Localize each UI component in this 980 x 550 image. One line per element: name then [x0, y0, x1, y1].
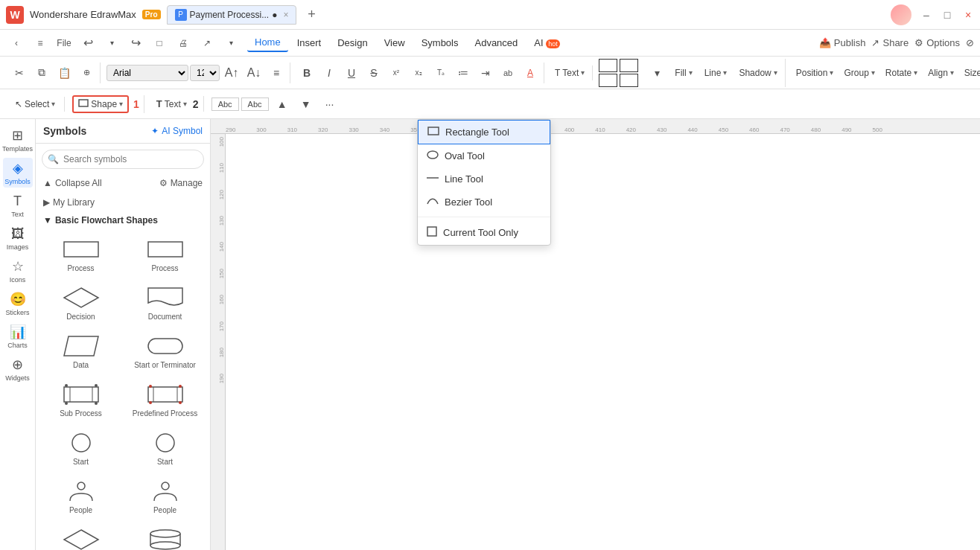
options-button[interactable]: ⚙ Options — [914, 37, 960, 48]
ai-symbol-button[interactable]: ✦ AI Symbol — [151, 126, 203, 136]
save-button[interactable]: □ — [149, 33, 170, 54]
underline-button[interactable]: U — [341, 63, 362, 83]
sidebar-item-charts[interactable]: 📊 Charts — [3, 322, 33, 351]
font-family-select[interactable]: Arial — [106, 65, 188, 81]
decrease-font-button[interactable]: A↓ — [244, 63, 264, 83]
abc-style2[interactable]: Abc — [241, 97, 269, 111]
menu-symbols[interactable]: Symbols — [414, 34, 466, 51]
strikethrough-button[interactable]: S — [363, 63, 384, 83]
line-tool-item[interactable]: Line Tool — [418, 167, 550, 191]
manage-button[interactable]: ⚙ Manage — [159, 178, 203, 188]
increase-font-button[interactable]: A↑ — [221, 63, 242, 83]
shape-start-1[interactable]: Start — [42, 426, 120, 469]
collapse-all-button[interactable]: ▲ Collapse All — [43, 178, 102, 188]
shape-people-1[interactable]: People — [42, 475, 120, 517]
user-avatar[interactable] — [891, 4, 911, 25]
menu-design[interactable]: Design — [330, 34, 375, 51]
position-button[interactable]: Position ▾ — [792, 65, 839, 80]
hamburger-button[interactable]: ≡ — [30, 33, 51, 54]
menu-home[interactable]: Home — [247, 33, 288, 52]
bold-button[interactable]: B — [296, 63, 317, 83]
redo-button[interactable]: ↪ — [125, 33, 146, 54]
shape-data[interactable]: Data — [42, 330, 120, 372]
undo-button[interactable]: ↩ — [77, 33, 98, 54]
case-button[interactable]: ab — [497, 63, 518, 83]
shape-start-terminator[interactable]: Start or Terminator — [126, 330, 204, 372]
sidebar-item-images[interactable]: 🖼 Images — [3, 223, 33, 253]
paste-button[interactable]: 📋 — [54, 63, 74, 83]
sidebar-item-text[interactable]: T Text — [3, 191, 33, 220]
text-size-btn[interactable]: Tₐ — [430, 63, 451, 83]
my-library-item[interactable]: ▶ My Library — [36, 194, 210, 211]
shape-process-1[interactable]: Process — [42, 233, 120, 275]
print-button[interactable]: 🖨 — [173, 33, 194, 54]
font-color-button[interactable]: A — [520, 63, 541, 83]
current-tool-item[interactable]: Current Tool Only — [418, 220, 550, 245]
publish-button[interactable]: 📤 Publish — [819, 37, 866, 48]
format-painter[interactable]: ⊕ — [76, 63, 97, 83]
abc-style1[interactable]: Abc — [211, 97, 239, 111]
shape-tool[interactable]: Shape ▾ — [72, 95, 129, 113]
bezier-tool-item[interactable]: Bezier Tool — [418, 191, 550, 214]
superscript-button[interactable]: x² — [386, 63, 407, 83]
font-size-select[interactable]: 12 — [190, 65, 220, 81]
shape-database[interactable]: Database — [126, 523, 204, 550]
more-styles-btn[interactable]: ··· — [319, 94, 340, 115]
shape-people-2[interactable]: People — [126, 475, 204, 517]
italic-button[interactable]: I — [319, 63, 340, 83]
drawing-canvas[interactable] — [226, 134, 980, 550]
cut-button[interactable]: ✂ — [9, 63, 30, 83]
style-sample3[interactable] — [599, 74, 617, 87]
file-button[interactable]: File — [54, 33, 74, 54]
select-tool[interactable]: ↖ Select ▾ — [10, 97, 60, 112]
sidebar-item-widgets[interactable]: ⊕ Widgets — [3, 354, 33, 384]
size-button[interactable]: Size ▾ — [960, 65, 980, 80]
rotate-button[interactable]: Rotate ▾ — [881, 65, 922, 80]
text-draw-tool[interactable]: T Text ▾ — [152, 96, 191, 112]
shape-start-2[interactable]: Start — [126, 426, 204, 469]
shape-document[interactable]: Document — [126, 281, 204, 324]
menu-view[interactable]: View — [377, 34, 413, 51]
fill-button[interactable]: Fill ▾ — [670, 65, 696, 80]
line-style-button[interactable]: Line ▾ — [700, 65, 732, 80]
subscript-button[interactable]: x₂ — [408, 63, 429, 83]
shape-predefined-process[interactable]: Predefined Process — [126, 378, 204, 421]
maximize-button[interactable]: □ — [941, 9, 953, 21]
styles-scroll-down[interactable]: ▼ — [296, 94, 316, 115]
add-tab-button[interactable]: + — [302, 6, 320, 24]
close-button[interactable]: × — [962, 9, 974, 21]
undo-dropdown[interactable]: ▾ — [101, 33, 122, 54]
copy-button[interactable]: ⧉ — [31, 63, 52, 83]
sidebar-item-symbols[interactable]: ◈ Symbols — [3, 158, 33, 188]
search-input[interactable] — [42, 150, 204, 169]
styles-expand[interactable]: ▾ — [646, 63, 667, 83]
style-sample2[interactable] — [620, 59, 638, 72]
indent-button[interactable]: ⇥ — [475, 63, 496, 83]
oval-tool-item[interactable]: Oval Tool — [418, 144, 550, 167]
menu-advanced[interactable]: Advanced — [467, 34, 525, 51]
back-button[interactable]: ‹ — [6, 33, 27, 54]
export-dropdown[interactable]: ▾ — [220, 33, 241, 54]
export-button[interactable]: ↗ — [197, 33, 217, 54]
minimize-button[interactable]: – — [920, 9, 932, 21]
sidebar-item-stickers[interactable]: 😊 Stickers — [3, 289, 33, 319]
sidebar-item-icons[interactable]: ☆ Icons — [3, 256, 33, 286]
close-tab-btn[interactable]: × — [283, 10, 288, 20]
styles-scroll-up[interactable]: ▲ — [272, 94, 293, 115]
group-button[interactable]: Group ▾ — [839, 65, 879, 80]
rectangle-tool-item[interactable]: Rectangle Tool — [418, 120, 550, 144]
shape-decision[interactable]: Decision — [42, 281, 120, 324]
menu-ai[interactable]: AI hot — [526, 34, 567, 51]
menu-insert[interactable]: Insert — [290, 34, 329, 51]
share-button[interactable]: ↗ Share — [871, 37, 909, 48]
text-tool[interactable]: T Text ▾ — [550, 65, 589, 80]
help-button[interactable]: ⊘ — [966, 37, 974, 48]
sidebar-item-templates[interactable]: ⊞ Templates — [3, 125, 33, 155]
style-sample4[interactable] — [620, 74, 638, 87]
align-button[interactable]: ≡ — [266, 63, 287, 83]
document-tab[interactable]: P Payment Processi... ● × — [167, 5, 297, 25]
align-btn[interactable]: Align ▾ — [923, 65, 958, 80]
shadow-button[interactable]: Shadow ▾ — [734, 65, 781, 80]
shape-process-2[interactable]: Process — [126, 233, 204, 275]
list-button[interactable]: ≔ — [453, 63, 474, 83]
